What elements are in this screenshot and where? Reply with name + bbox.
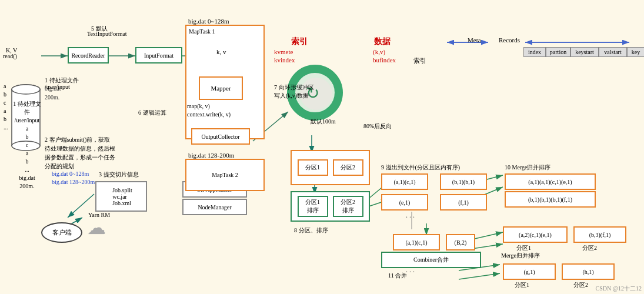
nodemanager-label: NodeManager [198,204,231,211]
maptask2-box: MapTask 2 [185,159,265,191]
combiner-label: Combiner合并 [413,256,449,264]
file-content: 1 待处理文件 /user/input a b c a b ... big.da… [13,100,41,191]
table-row-header: index partion keystart valstart key valu… [523,47,644,57]
step1-label2: /user/input [45,83,70,90]
after-combine1-label: (a,2)(c,1)(e,1) [519,232,552,238]
bigdat2-label: big.dat 128-200m [188,152,234,159]
after-combine1-box: (a,2)(c,1)(e,1) [503,226,568,243]
after-combine2-box: (b,3)(f,1) [573,226,626,243]
partition1-sort-label: 分区1 排序 [305,198,320,215]
spill-result1b-box: (e,1) [381,194,428,211]
partition2-sort-label: 分区2 排序 [341,198,355,215]
outputcollector-label: OutputCollector [202,133,240,140]
inputformat-label: InputFormat [144,52,173,59]
final2-box: (h,1) [562,263,615,280]
step3-label: 3 提交切片信息 [99,171,139,179]
spill-result1b-label: (e,1) [399,199,411,206]
combine-input2-box: (B,2) [446,234,475,250]
step5-label2: TextInputFormat [87,31,127,37]
after-combine-p1: 分区1 [516,244,531,252]
bigdat-split2: big.dat 128~200m [52,179,95,185]
mapper-box: Mapper [199,76,243,100]
maptask2-label: MapTask 2 [212,172,238,178]
kv-read2-label: read() [3,53,17,59]
partition1-label: 分区1 [305,163,320,172]
table-col-keystart: keystart [570,47,599,57]
bigdat1-label: big.dat 0~128m [188,18,229,25]
step2-label: 2 客户端submit()前，获取 待处理数据的信息，然后根 据参数配置，形成一… [45,135,115,171]
recordreader-label: RecordReader [71,52,105,59]
spill-result2a-box: (b,1)(b,1) [440,173,487,190]
final1-box: (g,1) [503,263,556,280]
step6-label: 6 逻辑运算 [138,109,166,117]
spill-result2b-label: (f,1) [458,199,469,206]
inputformat-box: InputFormat [135,47,182,64]
step8-label: 8 分区、排序 [294,226,328,235]
records-label: Records [499,36,520,44]
after-combine2-label: (b,3)(f,1) [589,232,611,238]
kv-data-label: (k,v) [373,48,385,55]
job-split-box: Job.split wc.jar Job.xml [95,181,147,212]
client-ellipse: 客户端 [41,222,82,243]
combine-input1-box: (a,1)(c,1) [393,234,440,250]
dots2-label: · · · [406,268,415,276]
combiner-box: Combiner合并 [381,252,481,268]
bigdat-split1: big.dat 0~128m [52,171,89,177]
merge-result1-label: (a,1)(a,1)(c,1)(e,1) [528,179,572,185]
final1-label: (g,1) [523,269,535,275]
default100m-label: 默认100m [311,118,336,126]
final-p2-label: 分区2 [573,281,588,289]
kvmete-label: kvmete [274,48,293,55]
map-context-label: map(k, v) context.write(k, v) [187,102,231,119]
spill-result2b-box: (f,1) [440,194,487,211]
combine-input2-label: (B,2) [455,239,467,246]
file-label: a b c a b ... [4,82,8,132]
nodemanager-box: NodeManager [182,199,247,215]
merge-result2-box: (b,1)(b,1)(b,1)(f,1) [505,191,596,208]
svg-line-29 [459,273,500,279]
index-detection: 索引 [413,56,426,65]
merge-result2-label: (b,1)(b,1)(b,1)(f,1) [528,196,572,203]
partition2-box: 分区2 [333,159,363,176]
diagram: 1 待处理文件 /user/input a b c a b ... big.da… [0,0,644,294]
final2-label: (h,1) [582,269,593,275]
after-combine-p2: 分区2 [582,244,597,252]
mapper-label: Mapper [211,85,231,92]
footer-label: CSDN @12十二12 [596,285,642,293]
table-col-index: index [523,47,546,57]
file-line-a: 1 待处理文件 /user/input a b c a b ... big.da… [13,100,41,191]
spill-result1a-box: (a,1)(c,1) [381,173,428,190]
recordreader-box: RecordReader [68,47,109,64]
dots1-label: · · · [406,213,415,222]
step10-label: 10 Merge归并排序 [505,163,550,172]
step9-label: 9 溢出到文件(分区且区内有序) [381,163,460,172]
spill-result2a-label: (b,1)(b,1) [452,179,475,185]
table-col-partion: partion [546,47,570,57]
cloud-icon: ☁ [87,216,106,239]
kvindex-label: kvindex [274,56,295,64]
final-p1-label: 分区1 [515,281,529,289]
spill-result1a-label: (a,1)(c,1) [393,179,415,185]
client-label: 客户端 [52,228,72,237]
meta-label: Meta [468,36,481,44]
table-col-key: key [627,47,644,57]
maptask1-label: MapTask 1 [189,28,215,35]
svg-point-33 [12,85,40,94]
step7-label: 7 向环形缓冲区 写入(k,v)数据 [274,83,314,100]
outputcollector-box: OutputCollector [191,128,250,145]
table-col-valstart: valstart [599,47,627,57]
step11-label: 11 合并 [388,272,407,280]
reverse80-label: 80%后反向 [363,122,392,131]
partition1-box: 分区1 [298,159,328,176]
kv-maptask-label: k, v [216,48,226,55]
partition-sort-outer-box: 分区1 排序 分区2 排序 [291,191,370,222]
partition-outer-box: 分区1 分区2 [291,150,370,185]
data-label: 数据 [374,36,391,47]
partition1-sort-box: 分区1 排序 [298,196,328,217]
merge-sort2-label: Merge归并排序 [501,252,540,260]
merge-result1-box: (a,1)(a,1)(c,1)(e,1) [505,173,596,190]
index-label: 索引 [291,36,308,47]
partition2-label: 分区2 [341,163,355,172]
partition2-sort-box: 分区2 排序 [333,196,363,217]
combine-input1-label: (a,1)(c,1) [405,239,427,246]
